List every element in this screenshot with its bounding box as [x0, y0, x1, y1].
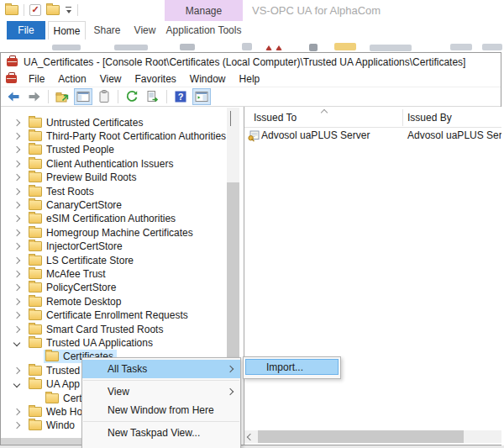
- tree-item-smart-card-trusted-roots[interactable]: Smart Card Trusted Roots: [1, 322, 244, 336]
- details-hscrollbar-thumb[interactable]: [258, 430, 464, 443]
- tree-item-canarycertstore[interactable]: CanaryCertStore: [1, 198, 244, 212]
- chevron-right-icon[interactable]: [13, 202, 20, 208]
- chevron-right-icon[interactable]: [13, 256, 20, 263]
- chevron-right-icon[interactable]: [13, 422, 20, 429]
- tree-item-esim-certification-authorities[interactable]: eSIM Certification Authorities: [1, 212, 244, 226]
- forward-icon[interactable]: [25, 88, 44, 105]
- chevron-right-icon[interactable]: [13, 133, 20, 140]
- tree-item-policycertstore[interactable]: PolicyCertStore: [1, 281, 244, 295]
- ribbon-icon-fragment: [52, 45, 81, 50]
- context-menu-item-all-tasks[interactable]: All Tasks: [82, 360, 240, 378]
- ribbon-tab-view[interactable]: View: [128, 21, 162, 40]
- chevron-right-icon[interactable]: [13, 408, 20, 415]
- column-header-issued-to[interactable]: Issued To: [254, 112, 297, 124]
- menu-window[interactable]: Window: [183, 73, 233, 85]
- mmc-titlebar[interactable]: UA_Certificates - [Console Root\Certific…: [1, 53, 501, 71]
- separator: [118, 90, 118, 103]
- chevron-right-icon[interactable]: [13, 366, 20, 373]
- context-menu-item-new-window-from-here[interactable]: New Window from Here: [82, 401, 240, 419]
- chevron-right-icon[interactable]: [13, 187, 20, 194]
- tree-item-mcafee-trust[interactable]: McAfee Trust: [1, 266, 244, 281]
- folder-icon: [29, 131, 42, 141]
- folder-icon: [29, 282, 42, 293]
- tree-item-trusted-ua-applications[interactable]: Trusted UA Applications: [1, 335, 244, 350]
- show-action-pane-icon[interactable]: [192, 88, 211, 105]
- menu-file[interactable]: File: [22, 73, 51, 85]
- column-divider[interactable]: [402, 109, 403, 126]
- certificate-icon: [248, 129, 260, 145]
- chevron-right-icon[interactable]: [13, 119, 20, 125]
- tree-scrollbar-thumb[interactable]: [227, 182, 239, 376]
- chevron-right-icon[interactable]: [13, 215, 20, 222]
- certificate-row[interactable]: Advosol uaPLUS Server Advosol uaPLUS Ser…: [244, 129, 501, 143]
- back-icon[interactable]: [4, 88, 23, 105]
- tree-item-ls-certificate-store[interactable]: LS Certificate Store: [1, 253, 244, 267]
- mmc-menu-icon[interactable]: [6, 75, 17, 83]
- ribbon-tab-file[interactable]: File: [7, 21, 45, 40]
- chevron-right-icon[interactable]: [13, 243, 20, 250]
- tree-item-label: Test Roots: [46, 186, 94, 198]
- folder-icon: [29, 366, 42, 376]
- ribbon-tab-share[interactable]: Share: [89, 21, 125, 40]
- tree-item-injectorcertstore[interactable]: InjectorCertStore: [1, 240, 244, 254]
- folder-icon[interactable]: [46, 5, 60, 15]
- scroll-up-icon[interactable]: [230, 111, 231, 126]
- help-icon[interactable]: ?: [171, 88, 190, 105]
- folder-icon: [29, 213, 42, 224]
- tree-item-test-roots[interactable]: Test Roots: [1, 184, 244, 198]
- chevron-right-icon[interactable]: [13, 284, 20, 291]
- mmc-menubar: FileActionViewFavoritesWindowHelp: [1, 71, 501, 87]
- export-list-icon[interactable]: [144, 88, 162, 105]
- show-console-tree-icon[interactable]: [74, 88, 92, 105]
- ribbon-tab-home[interactable]: Home: [48, 21, 86, 40]
- column-header-issued-by[interactable]: Issued By: [407, 112, 452, 124]
- ribbon-tab-application-tools[interactable]: Application Tools: [165, 21, 243, 40]
- tree-item-untrusted-certificates[interactable]: Untrusted Certificates: [1, 115, 244, 129]
- chevron-right-icon[interactable]: [13, 312, 20, 319]
- ribbon-icon-fragment: [180, 44, 195, 50]
- tree-item-client-authentication-issuers[interactable]: Client Authentication Issuers: [1, 156, 244, 171]
- tree-item-label: Client Authentication Issuers: [46, 158, 173, 170]
- chevron-down-icon[interactable]: [13, 381, 20, 387]
- tree-item-label: Certificate Enrollment Requests: [46, 309, 188, 321]
- tree-item-label: Windo: [46, 419, 75, 431]
- chevron-right-icon[interactable]: [13, 174, 20, 181]
- chevron-right-icon[interactable]: [13, 325, 20, 332]
- menu-favorites[interactable]: Favorites: [129, 73, 183, 85]
- context-submenu: Import...: [243, 356, 341, 379]
- menu-help[interactable]: Help: [233, 73, 267, 85]
- menu-view[interactable]: View: [93, 73, 129, 85]
- red-check-icon[interactable]: ✓: [29, 4, 41, 16]
- clipboard-icon[interactable]: [95, 88, 113, 105]
- chevron-right-icon[interactable]: [13, 160, 20, 166]
- list-header: Issued To Issued By: [244, 108, 501, 128]
- contextual-tab-group-manage[interactable]: Manage: [165, 0, 243, 21]
- tree-item-trusted-people[interactable]: Trusted People: [1, 143, 244, 157]
- tree-item-label: Homegroup Machine Certificates: [46, 227, 193, 239]
- chevron-right-icon[interactable]: [13, 298, 20, 304]
- tree-item-label: Third-Party Root Certification Authoriti…: [46, 130, 226, 142]
- tree-item-preview-build-roots[interactable]: Preview Build Roots: [1, 171, 244, 185]
- qat-dropdown-arrow-icon[interactable]: [65, 7, 72, 13]
- chevron-right-icon[interactable]: [13, 229, 20, 235]
- folder-icon: [29, 187, 42, 197]
- quick-access-toolbar: ✓: [5, 3, 78, 18]
- details-horizontal-scrollbar[interactable]: [244, 430, 501, 443]
- menu-action[interactable]: Action: [51, 73, 92, 85]
- tree-item-remote-desktop[interactable]: Remote Desktop: [1, 294, 244, 308]
- refresh-icon[interactable]: [123, 88, 141, 105]
- scroll-left-icon[interactable]: [247, 434, 254, 440]
- tree-item-label: UA App: [46, 378, 80, 390]
- context-menu-item-new-taskpad-view-[interactable]: New Taskpad View...: [82, 424, 240, 442]
- context-menu-item-view[interactable]: View: [82, 382, 240, 401]
- chevron-down-icon[interactable]: [13, 340, 20, 346]
- tree-item-third-party-root-certification-authorities[interactable]: Third-Party Root Certification Authoriti…: [1, 129, 244, 143]
- separator: [48, 90, 49, 103]
- chevron-right-icon[interactable]: [13, 146, 20, 153]
- up-folder-icon[interactable]: [53, 88, 71, 105]
- folder-icon[interactable]: [5, 5, 18, 15]
- tree-item-homegroup-machine-certificates[interactable]: Homegroup Machine Certificates: [1, 225, 244, 240]
- submenu-item-import-[interactable]: Import...: [245, 359, 339, 375]
- tree-item-certificate-enrollment-requests[interactable]: Certificate Enrollment Requests: [1, 308, 244, 323]
- chevron-right-icon[interactable]: [13, 271, 20, 277]
